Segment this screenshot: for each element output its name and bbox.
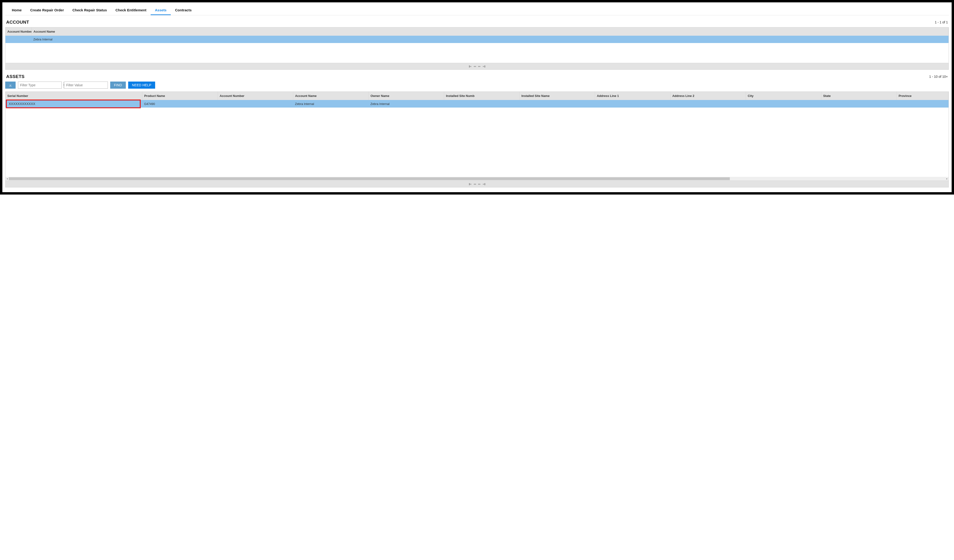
assets-cell-serial: XXXXXXXXXXXX <box>5 100 142 107</box>
pager-first-icon[interactable]: ▮◂ <box>469 182 471 185</box>
assets-col-province[interactable]: Province <box>896 92 948 100</box>
assets-panel: Serial Number Product Name Account Numbe… <box>5 92 949 187</box>
download-button[interactable] <box>5 82 16 89</box>
assets-count: 1 - 10 of 10+ <box>929 75 948 78</box>
account-header: ACCOUNT 1 - 1 of 1 <box>5 20 949 27</box>
scroll-right-icon[interactable]: ▸ <box>945 177 949 180</box>
find-button[interactable]: FIND <box>110 82 126 89</box>
assets-col-state[interactable]: State <box>821 92 896 100</box>
assets-cell-province <box>896 100 948 107</box>
assets-section: ASSETS 1 - 10 of 10+ ▾ FIND NEED HELP <box>5 74 949 187</box>
account-panel: Account Number Account Name Zebra Intern… <box>5 27 949 70</box>
assets-cell-addr2 <box>670 100 746 107</box>
account-table-body: Account Number Account Name Zebra Intern… <box>5 27 949 63</box>
assets-title: ASSETS <box>6 74 25 79</box>
account-count: 1 - 1 of 1 <box>935 20 948 24</box>
assets-col-site-num[interactable]: Installed Site Numb <box>444 92 519 100</box>
scroll-thumb[interactable] <box>9 177 730 180</box>
scroll-left-icon[interactable]: ◂ <box>5 177 9 180</box>
account-col-name[interactable]: Account Name <box>31 27 949 36</box>
assets-col-acct-name[interactable]: Account Name <box>293 92 368 100</box>
assets-col-owner[interactable]: Owner Name <box>368 92 444 100</box>
pager-next-icon[interactable]: ▸▸ <box>478 65 480 68</box>
tab-check-entitlement[interactable]: Check Entitlement <box>111 6 151 15</box>
assets-toolbar: ▾ FIND NEED HELP <box>5 82 949 89</box>
account-col-number[interactable]: Account Number <box>5 27 31 36</box>
assets-cell-city <box>746 100 821 107</box>
assets-col-site-name[interactable]: Installed Site Name <box>519 92 595 100</box>
assets-col-product[interactable]: Product Name <box>142 92 218 100</box>
assets-row[interactable]: XXXXXXXXXXXX G47490 Zebra Internal Zebra… <box>5 100 949 107</box>
assets-cell-acct-num <box>218 100 293 107</box>
pager-prev-icon[interactable]: ◂◂ <box>474 65 476 68</box>
assets-cell-owner: Zebra Internal <box>368 100 444 107</box>
assets-table: Serial Number Product Name Account Numbe… <box>5 92 949 107</box>
assets-cell-product: G47490 <box>142 100 218 107</box>
tab-home[interactable]: Home <box>8 6 26 15</box>
assets-col-addr2[interactable]: Address Line 2 <box>670 92 746 100</box>
account-section: ACCOUNT 1 - 1 of 1 Account Number Accoun… <box>5 20 949 70</box>
filter-type-input[interactable] <box>18 82 63 89</box>
tab-contracts[interactable]: Contracts <box>171 6 196 15</box>
assets-col-city[interactable]: City <box>746 92 821 100</box>
account-title: ACCOUNT <box>6 20 29 25</box>
assets-col-serial[interactable]: Serial Number <box>5 92 142 100</box>
assets-pager: ▮◂ ◂◂ ▸▸ ▸▮ <box>5 180 949 187</box>
assets-cell-addr1 <box>595 100 670 107</box>
assets-cell-site-num <box>444 100 519 107</box>
tab-assets[interactable]: Assets <box>151 6 171 15</box>
account-table: Account Number Account Name Zebra Intern… <box>5 27 949 43</box>
app-frame: Home Create Repair Order Check Repair St… <box>0 0 954 194</box>
scroll-track[interactable] <box>9 177 945 180</box>
pager-prev-icon[interactable]: ◂◂ <box>474 182 476 185</box>
pager-first-icon[interactable]: ▮◂ <box>469 65 471 68</box>
download-icon <box>8 83 12 87</box>
assets-h-scrollbar[interactable]: ◂ ▸ <box>5 177 949 180</box>
tab-create-repair-order[interactable]: Create Repair Order <box>26 6 69 15</box>
assets-col-addr1[interactable]: Address Line 1 <box>595 92 670 100</box>
tab-check-repair-status[interactable]: Check Repair Status <box>68 6 111 15</box>
account-cell-name: Zebra Internal <box>31 36 949 43</box>
assets-table-body: Serial Number Product Name Account Numbe… <box>5 92 949 177</box>
filter-value-input[interactable] <box>64 82 108 89</box>
assets-cell-acct-name: Zebra Internal <box>293 100 368 107</box>
assets-header: ASSETS 1 - 10 of 10+ <box>5 74 949 82</box>
pager-last-icon[interactable]: ▸▮ <box>483 65 485 68</box>
need-help-button[interactable]: NEED HELP <box>128 82 155 89</box>
pager-next-icon[interactable]: ▸▸ <box>478 182 480 185</box>
account-row[interactable]: Zebra Internal <box>5 36 949 43</box>
assets-col-acct-num[interactable]: Account Number <box>218 92 293 100</box>
account-pager: ▮◂ ◂◂ ▸▸ ▸▮ <box>5 63 949 70</box>
assets-cell-state <box>821 100 896 107</box>
account-cell-number <box>5 36 31 43</box>
filter-type-combo[interactable]: ▾ <box>18 82 62 89</box>
pager-last-icon[interactable]: ▸▮ <box>483 182 485 185</box>
nav-tabs: Home Create Repair Order Check Repair St… <box>5 5 949 16</box>
assets-cell-site-name <box>519 100 595 107</box>
